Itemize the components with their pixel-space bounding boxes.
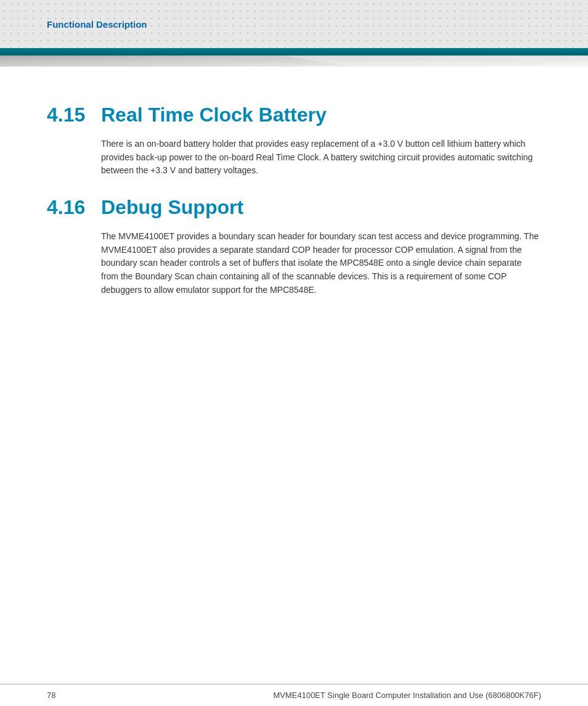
page-header: Functional Description (0, 0, 588, 48)
decorative-stripe (0, 55, 588, 67)
section-4-16: 4.16 Debug Support The MVME4100ET provid… (47, 196, 541, 297)
section-4-16-heading: 4.16 Debug Support (47, 196, 541, 219)
page-section-title: Functional Description (47, 19, 147, 30)
section-4-15-heading: 4.15 Real Time Clock Battery (47, 104, 541, 126)
section-4-15: 4.15 Real Time Clock Battery There is an… (47, 104, 541, 178)
section-4-16-number: 4.16 (47, 196, 90, 219)
section-4-15-number: 4.15 (47, 104, 90, 126)
footer-document-title: MVME4100ET Single Board Computer Install… (273, 691, 541, 700)
section-4-16-body: The MVME4100ET provides a boundary scan … (101, 230, 541, 297)
main-content: 4.15 Real Time Clock Battery There is an… (0, 67, 588, 340)
section-4-15-body: There is an on-board battery holder that… (101, 138, 541, 178)
page-footer: 78 MVME4100ET Single Board Computer Inst… (0, 684, 588, 706)
section-4-15-title: Real Time Clock Battery (101, 104, 327, 126)
section-4-16-title: Debug Support (101, 196, 243, 219)
footer-page-number: 78 (47, 691, 55, 700)
header-title-bar: Functional Description (0, 0, 588, 48)
accent-bar (0, 48, 588, 55)
